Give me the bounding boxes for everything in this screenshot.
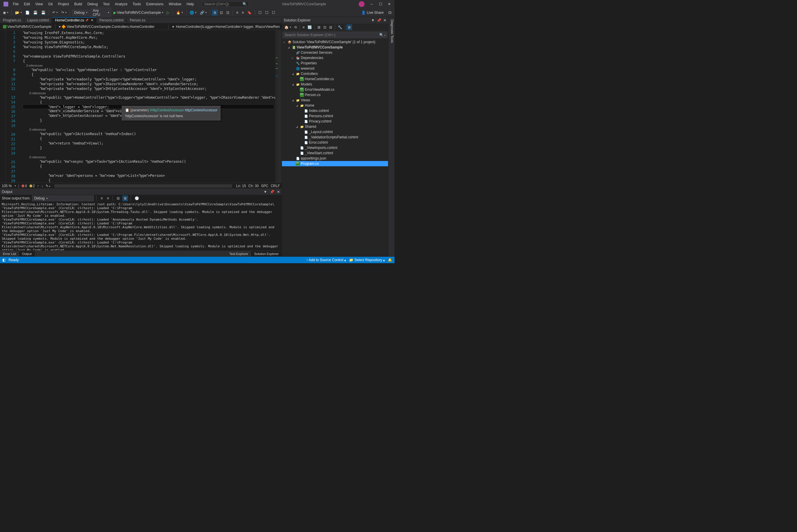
tree-node[interactable]: 🌐wwwroot <box>282 66 388 71</box>
tree-node[interactable]: 📄Index.cshtml <box>282 108 388 113</box>
code-line[interactable] <box>23 123 274 128</box>
tree-node[interactable]: 📄_Layout.cshtml <box>282 129 388 135</box>
se-tool-5[interactable]: ⊡ <box>322 25 327 30</box>
code-line[interactable]: 0 references <box>23 128 274 132</box>
output-close-button[interactable]: ✕ <box>277 190 280 194</box>
browser-link-button[interactable]: 🔗▾ <box>199 10 208 15</box>
tree-node[interactable]: ErrorViewModel.cs <box>282 87 388 92</box>
panel-close-button[interactable]: ✕ <box>383 18 386 22</box>
tree-node[interactable]: ◢📁Views <box>282 97 388 103</box>
tb-tool-6[interactable]: 🔖 <box>246 10 253 15</box>
code-minimap[interactable] <box>275 30 277 183</box>
pencil-icon[interactable]: ✎▾ <box>46 184 50 188</box>
output-tool-2[interactable]: ≡ <box>106 196 110 201</box>
menu-project[interactable]: Project <box>56 1 71 7</box>
menu-git[interactable]: Git <box>46 1 55 7</box>
tree-node[interactable]: 📄_ViewImports.cshtml <box>282 145 388 150</box>
tree-node[interactable]: ◢📁Controllers <box>282 71 388 76</box>
code-editor[interactable]: 1234567891011121314151617181920212223242… <box>0 30 282 183</box>
tree-node[interactable]: Person.cs <box>282 92 388 97</box>
output-tool-5[interactable]: 🕐 <box>133 196 140 201</box>
code-line[interactable] <box>23 169 274 173</box>
close-button[interactable]: ✕ <box>385 1 393 7</box>
output-text[interactable]: Microsoft.Hosting.Lifetime: Information:… <box>0 202 282 250</box>
editor-tab[interactable]: Layout.cshtml <box>24 17 52 23</box>
editor-tab[interactable]: Person.cs <box>127 17 148 23</box>
bottom-tab-error-list[interactable]: Error List <box>0 251 19 256</box>
menu-extensions[interactable]: Extensions <box>144 1 166 7</box>
code-line[interactable]: "kw">namespace ViewToPdfMVCCoreSample.Co… <box>23 54 274 59</box>
se-tool-7[interactable]: 🔧 <box>337 25 343 30</box>
panel-dropdown-button[interactable]: ▼ <box>371 18 375 22</box>
code-line[interactable]: { <box>23 72 274 77</box>
code-line[interactable]: { <box>23 178 274 183</box>
tree-node[interactable]: 🔧Properties <box>282 60 388 66</box>
solution-tree[interactable]: ▸ 📦 Solution 'ViewToPdfMVCCoreSample' (1… <box>282 39 388 257</box>
breadcrumb-class[interactable]: ▾ 🔶 ViewToPdfMVCCoreSample.Controllers.H… <box>58 24 166 29</box>
se-tool-1[interactable]: ⟲ <box>293 25 298 30</box>
expand-arrow[interactable]: ◢ <box>296 104 299 107</box>
tree-node[interactable]: ◢📁Shared <box>282 124 388 129</box>
tb-tool-8[interactable]: ☐ <box>264 10 270 15</box>
tb-tool-3[interactable]: ⊡ <box>225 10 231 15</box>
code-line[interactable]: "kw">public "type">IActionResult "method… <box>23 132 274 136</box>
save-all-button[interactable]: 💾 <box>40 10 47 15</box>
code-line[interactable]: { <box>23 59 274 63</box>
code-line[interactable]: "kw">public "type">HomeController("type"… <box>23 95 274 100</box>
se-tool-6[interactable]: ⊟ <box>328 25 333 30</box>
expand-arrow[interactable]: ◢ <box>292 83 295 86</box>
open-file-button[interactable]: 📄 <box>24 10 31 15</box>
hot-reload-button[interactable]: 🔥▾ <box>175 10 184 15</box>
code-line[interactable]: { <box>23 164 274 169</box>
panel-pin-button[interactable]: 📌 <box>377 18 381 22</box>
browse-button[interactable]: 🌐▾ <box>188 10 198 15</box>
se-tool-8[interactable]: ⊞ <box>347 25 352 30</box>
tb-tool-4[interactable]: ≡ <box>235 10 239 15</box>
menu-file[interactable]: File <box>11 1 21 7</box>
code-line[interactable]: "kw">using IronPdf.Extensions.Mvc.Core; <box>23 31 274 35</box>
redo-button[interactable]: ↷▾ <box>60 10 68 15</box>
tb-tool-1[interactable]: ⊞ <box>212 10 218 15</box>
output-pin-button[interactable]: 📌 <box>270 190 274 194</box>
tb-tool-7[interactable]: ☐ <box>257 10 263 15</box>
bottom-tab-output[interactable]: Output <box>19 251 35 256</box>
output-tool-1[interactable]: ≡ <box>99 196 104 201</box>
code-line[interactable]: "kw">private "kw">readonly "type">IHttpC… <box>23 87 274 91</box>
code-line[interactable]: 0 references <box>23 155 274 159</box>
vertical-scrollbar[interactable] <box>277 30 282 183</box>
tree-node[interactable]: 🔗Connected Services <box>282 50 388 55</box>
tb-tool-2[interactable]: ⊡ <box>219 10 224 15</box>
output-dropdown-button[interactable]: ▼ <box>264 190 267 194</box>
bottom-tab-solution-explorer[interactable]: Solution Explorer <box>251 251 282 256</box>
code-line[interactable]: "kw">private "kw">readonly "type">IRazor… <box>23 82 274 87</box>
editor-tab[interactable]: Program.cs <box>0 17 24 23</box>
maximize-button[interactable]: ☐ <box>376 1 384 7</box>
add-source-control-button[interactable]: ↑ Add to Source Control ▴ <box>306 258 346 262</box>
solution-root-node[interactable]: ▸ 📦 Solution 'ViewToPdfMVCCoreSample' (1… <box>282 39 388 45</box>
tb-tool-5[interactable]: ≡ <box>240 10 245 15</box>
back-button[interactable]: ◉▾ <box>2 10 10 15</box>
tree-node[interactable]: Program.cs <box>282 161 388 166</box>
expand-arrow[interactable]: ◢ <box>296 126 299 128</box>
expand-arrow[interactable]: ◢ <box>292 73 295 75</box>
editor-tab[interactable]: HomeController.cs 📌✕ <box>52 17 96 23</box>
menu-window[interactable]: Window <box>166 1 184 7</box>
tree-node[interactable]: 📄_ValidationScriptsPartial.cshtml <box>282 135 388 140</box>
tree-node[interactable]: 📄_ViewStart.cshtml <box>282 150 388 156</box>
menu-debug[interactable]: Debug <box>85 1 100 7</box>
code-line[interactable]: { <box>23 136 274 141</box>
new-project-button[interactable]: 📂▾ <box>14 10 23 15</box>
tree-node[interactable]: HomeController.cs <box>282 76 388 82</box>
tree-node[interactable]: 📄appsettings.json <box>282 156 388 161</box>
find-prev-button[interactable]: ↑ <box>37 184 39 188</box>
minimize-button[interactable]: ─ <box>367 1 376 7</box>
menu-test[interactable]: Test <box>101 1 112 7</box>
menu-view[interactable]: View <box>33 1 45 7</box>
tree-node[interactable]: 📄Error.cshtml <box>282 140 388 145</box>
close-tab-icon[interactable]: ✕ <box>91 19 93 22</box>
tree-node[interactable]: ◢📁Home <box>282 103 388 108</box>
output-source-dropdown[interactable]: Debug▾ <box>32 195 94 201</box>
code-line[interactable]: "kw">public "kw">async "type">Task<"type… <box>23 159 274 164</box>
live-share-button[interactable]: 👤 Live Share <box>359 10 386 15</box>
code-line[interactable]: 0 references <box>23 91 274 95</box>
